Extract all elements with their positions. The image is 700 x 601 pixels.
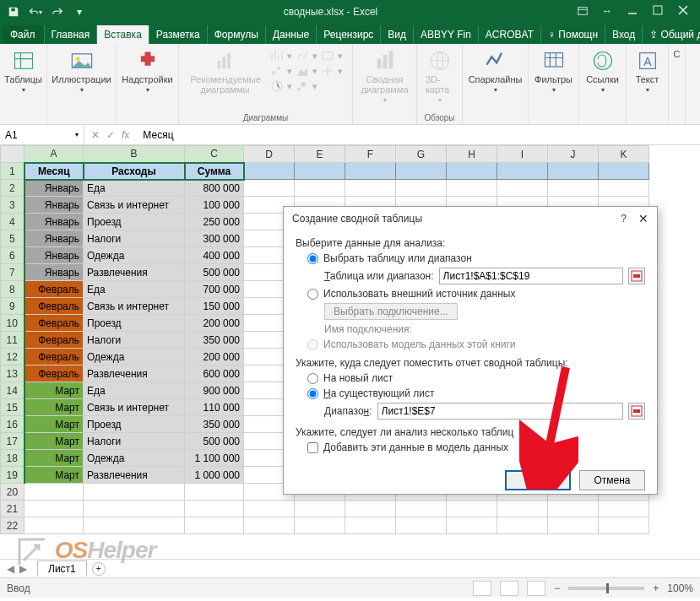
- tab-ABBYY Fin[interactable]: ABBYY Fin: [414, 25, 479, 44]
- col-header[interactable]: F: [345, 146, 396, 163]
- cell-sum[interactable]: 500 000: [185, 264, 244, 281]
- cell-category[interactable]: Еда: [84, 382, 185, 399]
- dialog-help-icon[interactable]: ?: [621, 213, 627, 225]
- save-icon[interactable]: [7, 5, 20, 19]
- header-cell[interactable]: Расходы: [84, 163, 185, 180]
- cell[interactable]: [345, 180, 396, 197]
- cell-month[interactable]: Март: [24, 382, 84, 399]
- cell-month[interactable]: Март: [24, 416, 84, 433]
- cell-category[interactable]: Связь и интернет: [84, 399, 185, 416]
- signin-button[interactable]: Вход: [605, 25, 643, 44]
- row-header[interactable]: 22: [1, 517, 24, 534]
- tab-file[interactable]: Файл: [2, 25, 45, 44]
- tab-Рецензирс[interactable]: Рецензирс: [317, 25, 381, 44]
- col-header[interactable]: K: [599, 146, 649, 163]
- cell[interactable]: [599, 501, 649, 517]
- view-page-break-button[interactable]: [527, 581, 545, 596]
- illustrations-button[interactable]: Иллюстрации▾: [48, 47, 114, 95]
- cell-sum[interactable]: 250 000: [185, 214, 244, 230]
- cell[interactable]: [244, 180, 295, 197]
- cell[interactable]: [295, 517, 345, 534]
- cell-month[interactable]: Январь: [24, 180, 84, 197]
- cell[interactable]: [497, 517, 548, 534]
- view-page-layout-button[interactable]: [500, 581, 518, 596]
- cell[interactable]: [447, 180, 497, 197]
- cell-category[interactable]: Развлечения: [84, 467, 185, 484]
- cell-sum[interactable]: 1 100 000: [185, 450, 244, 467]
- cell[interactable]: [24, 484, 84, 501]
- col-header[interactable]: H: [447, 146, 497, 163]
- cell-sum[interactable]: 600 000: [185, 365, 244, 382]
- cell[interactable]: [345, 517, 396, 534]
- help-button[interactable]: ♀ Помощн: [541, 25, 605, 44]
- cell[interactable]: [24, 517, 84, 534]
- cell[interactable]: [84, 484, 185, 501]
- row-header[interactable]: 6: [1, 247, 24, 264]
- col-header[interactable]: G: [396, 146, 447, 163]
- cell[interactable]: [396, 180, 447, 197]
- cell[interactable]: [84, 517, 185, 534]
- row-header[interactable]: 17: [1, 433, 24, 450]
- tab-Данные[interactable]: Данные: [266, 25, 317, 44]
- row-header[interactable]: 21: [1, 501, 24, 517]
- row-header[interactable]: 12: [1, 349, 24, 365]
- col-header[interactable]: E: [295, 146, 345, 163]
- cell[interactable]: [185, 501, 244, 517]
- col-header[interactable]: J: [548, 146, 599, 163]
- addins-button[interactable]: Надстройки▾: [118, 47, 176, 95]
- cell-month[interactable]: Январь: [24, 230, 84, 247]
- destination-range-input[interactable]: [377, 403, 623, 420]
- row-header[interactable]: 4: [1, 214, 24, 230]
- row-header[interactable]: 15: [1, 399, 24, 416]
- minimize-icon[interactable]: [627, 5, 641, 19]
- row-header[interactable]: 3: [1, 197, 24, 214]
- cell-sum[interactable]: 350 000: [185, 416, 244, 433]
- row-header[interactable]: 2: [1, 180, 24, 197]
- cell-month[interactable]: Февраль: [24, 298, 84, 315]
- cell-category[interactable]: Связь и интернет: [84, 197, 185, 214]
- cell[interactable]: [599, 163, 649, 180]
- cell[interactable]: [396, 517, 447, 534]
- cell[interactable]: [185, 484, 244, 501]
- cell-sum[interactable]: 200 000: [185, 315, 244, 332]
- cell[interactable]: [497, 163, 548, 180]
- source-range-input[interactable]: [439, 268, 623, 284]
- cell[interactable]: [295, 501, 345, 517]
- cell-month[interactable]: Январь: [24, 197, 84, 214]
- cell-category[interactable]: Одежда: [84, 450, 185, 467]
- cell-category[interactable]: Одежда: [84, 349, 185, 365]
- cell[interactable]: [497, 501, 548, 517]
- row-header[interactable]: 11: [1, 332, 24, 349]
- tab-ACROBAT[interactable]: ACROBAT: [479, 25, 541, 44]
- row-header[interactable]: 20: [1, 484, 24, 501]
- tab-Формулы[interactable]: Формулы: [208, 25, 266, 44]
- close-icon[interactable]: [678, 5, 692, 19]
- zoom-out-button[interactable]: −: [554, 582, 560, 594]
- cell[interactable]: [396, 163, 447, 180]
- row-header[interactable]: 14: [1, 382, 24, 399]
- header-cell[interactable]: Сумма: [185, 163, 244, 180]
- maximize-icon[interactable]: [653, 5, 666, 19]
- cell-sum[interactable]: 110 000: [185, 399, 244, 416]
- cell[interactable]: [345, 501, 396, 517]
- ok-button[interactable]: OK: [505, 470, 571, 490]
- row-header[interactable]: 8: [1, 281, 24, 298]
- row-header[interactable]: 7: [1, 264, 24, 281]
- cell-category[interactable]: Проезд: [84, 315, 185, 332]
- cell-month[interactable]: Февраль: [24, 332, 84, 349]
- zoom-in-button[interactable]: +: [653, 582, 659, 594]
- undo-icon[interactable]: ▾: [29, 5, 42, 19]
- select-all-corner[interactable]: [1, 146, 24, 163]
- cell[interactable]: [447, 517, 497, 534]
- col-header[interactable]: A: [24, 146, 84, 163]
- row-header[interactable]: 16: [1, 416, 24, 433]
- header-cell[interactable]: Месяц: [24, 163, 84, 180]
- cancel-button[interactable]: Отмена: [579, 470, 645, 490]
- cell-category[interactable]: Развлечения: [84, 264, 185, 281]
- cell-sum[interactable]: 100 000: [185, 197, 244, 214]
- radio-external-source[interactable]: [307, 289, 318, 300]
- cell-month[interactable]: Январь: [24, 247, 84, 264]
- col-header[interactable]: B: [84, 146, 185, 163]
- sparklines-button[interactable]: Спарклайны▾: [465, 47, 526, 95]
- tab-Разметка[interactable]: Разметка: [149, 25, 208, 44]
